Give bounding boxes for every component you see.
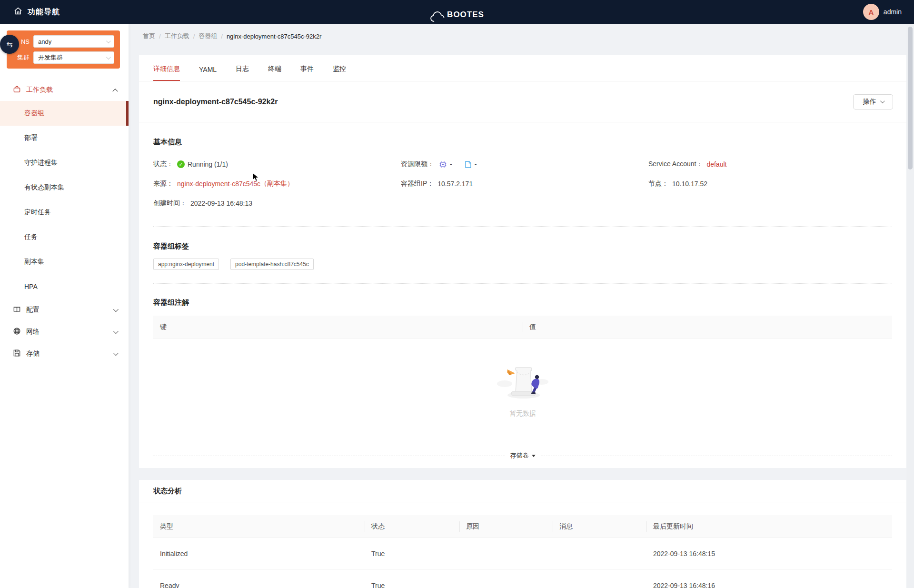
brand-logo: BOOTES <box>430 0 484 24</box>
pod-labels-heading: 容器组标签 <box>153 242 892 251</box>
sidebar-group-config[interactable]: 配置 <box>0 299 129 321</box>
tab-logs[interactable]: 日志 <box>236 65 249 81</box>
book-icon <box>13 305 21 315</box>
user-menu[interactable]: A admin <box>863 0 902 24</box>
empty-text: 暂无数据 <box>509 409 536 418</box>
divider <box>153 456 505 456</box>
namespace-panel: NS andy 集群 开发集群 ⇆ <box>7 30 120 69</box>
tab-terminal[interactable]: 终端 <box>268 65 281 81</box>
divider <box>153 226 892 227</box>
top-header: 功能导航 BOOTES A admin <box>0 0 914 24</box>
cluster-select[interactable]: 开发集群 <box>33 51 114 64</box>
app-window: 功能导航 BOOTES A admin NS andy 集群 <box>0 0 914 588</box>
sidebar-item-replicasets[interactable]: 副本集 <box>0 249 129 274</box>
service-account-link[interactable]: default <box>706 160 726 168</box>
status-analysis-heading: 状态分析 <box>153 487 182 496</box>
table-row: Initialized True 2022-09-13 16:48:15 <box>153 538 892 570</box>
annotations-table: 键 值 <box>153 316 892 441</box>
chevron-down-icon <box>106 39 111 43</box>
status-table: 类型 状态 原因 消息 最后更新时间 Initialized True 2022… <box>153 515 892 588</box>
sidebar-item-deployments[interactable]: 部署 <box>0 126 129 150</box>
col-updated: 最后更新时间 <box>646 522 892 531</box>
pod-ip-field: 容器组IP： 10.57.2.171 <box>401 179 648 188</box>
cpu-icon <box>439 160 447 169</box>
chevron-down-icon <box>106 55 111 60</box>
cloud-logo-icon <box>430 10 446 24</box>
sidebar-item-pods[interactable]: 容器组 <box>0 101 129 126</box>
sidebar-item-jobs[interactable]: 任务 <box>0 225 129 249</box>
annotations-table-header: 键 值 <box>153 316 892 339</box>
avatar[interactable]: A <box>863 4 879 20</box>
tab-yaml[interactable]: YAML <box>199 66 217 81</box>
tab-monitor[interactable]: 监控 <box>333 65 346 81</box>
quota-cpu-value: - <box>450 160 452 168</box>
detail-card: 详细信息 YAML 日志 终端 事件 监控 nginx-deployment-c… <box>139 55 906 468</box>
sidebar-group-workload[interactable]: 工作负载 <box>0 79 129 101</box>
source-link[interactable]: nginx-deployment-c87c545c <box>177 180 260 188</box>
tab-details[interactable]: 详细信息 <box>153 65 180 81</box>
breadcrumb-current: nginx-deployment-c87c545c-92k2r <box>227 33 321 40</box>
col-reason: 原因 <box>459 522 553 531</box>
col-value: 值 <box>523 323 892 331</box>
sidebar-item-hpa[interactable]: HPA <box>0 274 129 299</box>
col-status: 状态 <box>365 522 459 531</box>
globe-icon <box>13 327 21 337</box>
source-field: 来源： nginx-deployment-c87c545c （副本集） <box>153 179 401 188</box>
sidebar-collapse-toggle[interactable]: ⇆ <box>0 35 19 54</box>
label-tag: pod-template-hash:c87c545c <box>230 259 314 270</box>
label-tag: app:nginx-deployment <box>153 259 219 270</box>
tab-bar: 详细信息 YAML 日志 终端 事件 监控 <box>139 55 906 81</box>
divider <box>541 456 893 456</box>
workload-icon <box>13 85 21 95</box>
chevron-down-icon <box>880 99 884 103</box>
breadcrumb-workload[interactable]: 工作负载 <box>165 32 189 40</box>
nav-title: 功能导航 <box>28 7 60 17</box>
status-analysis-card: 状态分析 类型 状态 原因 消息 最后更新时间 Initialized True… <box>139 480 906 588</box>
table-row: Ready True 2022-09-13 16:48:16 <box>153 570 892 588</box>
home-icon <box>13 6 23 18</box>
namespace-select[interactable]: andy <box>33 35 114 48</box>
chevron-up-icon <box>112 89 118 94</box>
pod-annotations-heading: 容器组注解 <box>153 298 892 307</box>
title-row: nginx-deployment-c87c545c-92k2r 操作 <box>139 81 906 122</box>
sidebar-item-statefulsets[interactable]: 有状态副本集 <box>0 175 129 200</box>
empty-illustration-icon <box>494 362 551 402</box>
quota-mem-value: - <box>475 160 477 168</box>
breadcrumb-home[interactable]: 首页 <box>143 32 155 40</box>
sidebar-item-cronjobs[interactable]: 定时任务 <box>0 200 129 225</box>
vertical-scrollbar[interactable] <box>906 24 914 588</box>
status-check-icon: ✓ <box>177 160 185 168</box>
scrollbar-thumb[interactable] <box>908 27 913 169</box>
node-field: 节点： 10.10.17.52 <box>648 179 892 188</box>
source-kind: （副本集） <box>260 179 294 188</box>
save-disk-icon <box>13 349 21 359</box>
action-dropdown-button[interactable]: 操作 <box>853 94 893 110</box>
node-value: 10.10.17.52 <box>672 180 707 188</box>
basic-info-heading: 基本信息 <box>153 138 892 147</box>
breadcrumb-pods[interactable]: 容器组 <box>199 32 217 40</box>
pod-labels: app:nginx-deployment pod-template-hash:c… <box>153 259 892 270</box>
breadcrumb: 首页/ 工作负载/ 容器组/ nginx-deployment-c87c545c… <box>143 32 321 40</box>
pod-ip-value: 10.57.2.171 <box>437 180 473 188</box>
sidebar-menu: 工作负载 容器组 部署 守护进程集 有状态副本集 定时任务 任务 副本集 HPA… <box>0 79 129 365</box>
status-field: 状态： ✓ Running (1/1) <box>153 160 401 169</box>
tab-events[interactable]: 事件 <box>300 65 314 81</box>
swap-arrows-icon: ⇆ <box>6 40 12 49</box>
service-account-field: Service Account： default <box>648 160 892 169</box>
nav-home[interactable]: 功能导航 <box>13 6 60 18</box>
sidebar-item-daemonsets[interactable]: 守护进程集 <box>0 150 129 175</box>
col-type: 类型 <box>153 522 365 531</box>
created-field: 创建时间： 2022-09-13 16:48:13 <box>153 199 401 208</box>
sidebar-group-storage[interactable]: 存储 <box>0 343 129 365</box>
sidebar-group-network[interactable]: 网络 <box>0 321 129 343</box>
volumes-toggle-row: 存储卷 <box>153 451 892 460</box>
main-content: 首页/ 工作负载/ 容器组/ nginx-deployment-c87c545c… <box>129 24 914 588</box>
col-message: 消息 <box>553 522 646 531</box>
empty-state: 暂无数据 <box>153 339 892 441</box>
basic-info-grid: 状态： ✓ Running (1/1) 来源： nginx-deployment… <box>153 160 892 219</box>
page-title: nginx-deployment-c87c545c-92k2r <box>153 98 278 106</box>
volumes-toggle[interactable]: 存储卷 <box>505 451 541 460</box>
divider <box>153 283 892 284</box>
caret-down-icon <box>532 455 536 457</box>
chevron-down-icon <box>113 307 119 312</box>
